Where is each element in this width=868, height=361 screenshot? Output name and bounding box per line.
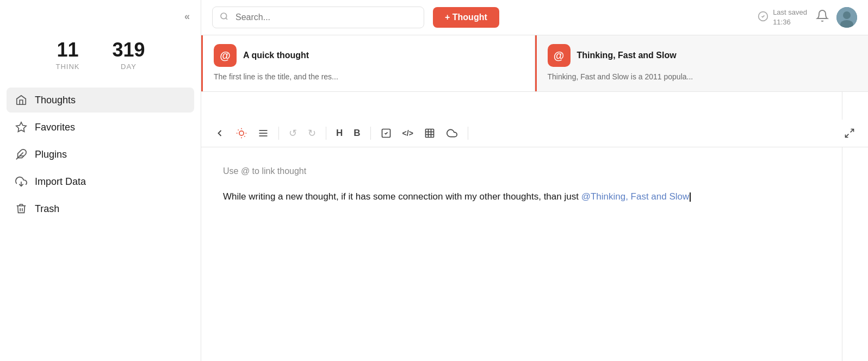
topbar-right <box>816 7 857 28</box>
undo-button[interactable]: ↺ <box>284 124 301 142</box>
svg-line-14 <box>244 136 245 136</box>
search-container <box>212 7 424 28</box>
cursor <box>690 192 691 202</box>
collapse-sidebar-button[interactable]: « <box>184 11 190 22</box>
sidebar-nav: Thoughts Favorites Plugins <box>0 88 201 221</box>
separator-2 <box>326 127 326 140</box>
svg-point-4 <box>221 13 227 19</box>
suggestion-2-avatar: @ <box>548 44 571 67</box>
day-stat: 319 DAY <box>112 39 145 71</box>
svg-rect-21 <box>425 129 433 138</box>
new-thought-button[interactable]: + Thought <box>433 7 499 28</box>
think-label: THINK <box>55 63 79 71</box>
save-time: 11:36 <box>773 17 807 27</box>
content-area: @ A quick thought The first line is the … <box>201 35 868 361</box>
editor-hint: Use @ to link thought <box>223 164 830 178</box>
suggestion-1-title: A quick thought <box>243 51 309 60</box>
suggestion-2-header: @ Thinking, Fast and Slow <box>548 44 858 67</box>
stats-row: 11 THINK 319 DAY <box>0 33 201 88</box>
suggestion-2-body: Thinking, Fast and Slow is a 2011 popula… <box>548 71 858 83</box>
svg-line-5 <box>226 18 227 20</box>
thoughts-label: Thoughts <box>35 95 76 106</box>
svg-line-27 <box>846 134 849 138</box>
svg-marker-0 <box>16 122 26 132</box>
suggestion-card-2[interactable]: @ Thinking, Fast and Slow Thinking, Fast… <box>535 35 869 91</box>
separator-3 <box>370 127 371 140</box>
svg-point-8 <box>843 11 851 19</box>
suggestion-2-title: Thinking, Fast and Slow <box>577 51 677 60</box>
separator-4 <box>468 127 468 140</box>
favorites-label: Favorites <box>35 122 75 133</box>
checkbox-button[interactable] <box>376 125 396 142</box>
check-circle-icon <box>758 11 768 24</box>
save-status: Last saved 11:36 <box>758 8 807 27</box>
topbar: + Thought Last saved 11:36 <box>201 0 868 35</box>
heading-button[interactable]: H <box>332 125 347 142</box>
day-count: 319 <box>112 39 145 61</box>
sidebar-item-thoughts[interactable]: Thoughts <box>7 88 194 113</box>
bold-button[interactable]: B <box>349 125 364 142</box>
editor-toolbar: ↺ ↻ H B </> <box>201 120 868 147</box>
code-button[interactable]: </> <box>398 126 418 141</box>
toolbar-spacer: ↺ ↻ H B </> <box>201 120 868 147</box>
sidebar-collapse-section: « <box>0 11 201 33</box>
suggestion-1-header: @ A quick thought <box>214 44 524 67</box>
star-icon <box>15 121 27 133</box>
think-count: 11 <box>55 39 79 61</box>
svg-point-10 <box>239 131 244 135</box>
editor-area[interactable]: Use @ to link thought While writing a ne… <box>201 147 868 361</box>
editor-text-before: While writing a new thought, if it has s… <box>223 191 581 202</box>
trash-icon <box>15 203 27 215</box>
search-input[interactable] <box>212 7 424 28</box>
svg-line-26 <box>851 129 854 133</box>
import-label: Import Data <box>35 176 86 188</box>
home-icon <box>15 94 27 106</box>
sidebar: « 11 THINK 319 DAY Thoughts <box>0 0 201 361</box>
plugins-label: Plugins <box>35 149 67 160</box>
sidebar-item-plugins[interactable]: Plugins <box>7 142 194 167</box>
cloud-button[interactable] <box>442 125 462 142</box>
save-text: Last saved 11:36 <box>773 8 807 27</box>
suggestion-1-body: The first line is the title, and the res… <box>214 71 524 83</box>
suggestion-1-avatar: @ <box>214 44 237 67</box>
puzzle-icon <box>15 148 27 160</box>
sidebar-item-favorites[interactable]: Favorites <box>7 115 194 140</box>
align-button[interactable] <box>253 125 273 142</box>
redo-button[interactable]: ↻ <box>303 124 320 142</box>
bell-button[interactable] <box>816 9 829 26</box>
search-icon <box>220 12 228 23</box>
sidebar-item-trash[interactable]: Trash <box>7 196 194 221</box>
separator-1 <box>278 127 279 140</box>
svg-line-13 <box>238 130 239 130</box>
suggestion-card-1[interactable]: @ A quick thought The first line is the … <box>201 35 535 91</box>
import-icon <box>15 176 27 188</box>
trash-label: Trash <box>35 203 59 215</box>
sidebar-item-import[interactable]: Import Data <box>7 169 194 194</box>
think-stat: 11 THINK <box>55 39 79 71</box>
table-button[interactable] <box>420 125 439 142</box>
day-label: DAY <box>121 63 137 71</box>
avatar[interactable] <box>836 7 857 28</box>
main-panel: + Thought Last saved 11:36 <box>201 0 868 361</box>
back-button[interactable] <box>210 125 230 142</box>
linked-thought[interactable]: @Thinking, Fast and Slow <box>581 191 690 202</box>
expand-button[interactable] <box>840 125 859 142</box>
save-label: Last saved <box>773 8 807 17</box>
idea-button[interactable] <box>232 125 251 142</box>
suggestions-overlay: @ A quick thought The first line is the … <box>201 35 868 92</box>
editor-content[interactable]: While writing a new thought, if it has s… <box>223 189 830 205</box>
